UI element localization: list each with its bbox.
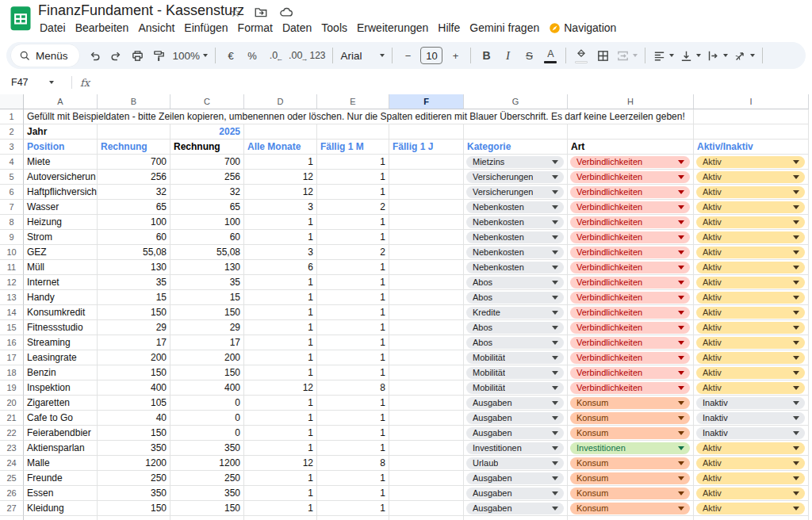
column-header-G[interactable]: G (464, 94, 568, 109)
art-cell[interactable]: Verbindlichkeiten (568, 275, 694, 290)
dropdown-chip[interactable]: Nebenkosten (466, 216, 564, 228)
kategorie-cell[interactable]: Abos (464, 275, 568, 290)
menu-datei[interactable]: Datei (35, 21, 71, 35)
value-cell[interactable]: 250 (98, 471, 170, 486)
row-header[interactable]: 2 (0, 124, 24, 140)
value-cell[interactable]: 1 (317, 471, 389, 486)
dropdown-chip[interactable]: Konsum (570, 488, 690, 499)
value-cell[interactable] (389, 456, 464, 471)
aktiv-cell[interactable]: Aktiv (694, 335, 809, 350)
cell[interactable] (389, 516, 464, 520)
position-cell[interactable]: Wasser (24, 200, 98, 215)
dropdown-chip[interactable]: Urlaub (466, 457, 564, 469)
field-header-cell[interactable]: Alle Monate (244, 140, 317, 155)
value-cell[interactable]: 1 (317, 155, 389, 170)
dropdown-chip[interactable]: Konsum (570, 397, 690, 409)
kategorie-cell[interactable]: Ausgaben (464, 396, 568, 411)
value-cell[interactable] (389, 170, 464, 185)
value-cell[interactable]: 700 (170, 155, 244, 170)
dropdown-chip[interactable]: Verbindlichkeiten (570, 216, 690, 228)
value-cell[interactable] (389, 396, 464, 411)
kategorie-cell[interactable]: Versicherungen (464, 185, 568, 200)
year-value-cell[interactable]: 2025 (170, 124, 244, 140)
value-cell[interactable] (389, 305, 464, 320)
value-cell[interactable]: 1200 (170, 456, 244, 471)
menu-bearbeiten[interactable]: Bearbeiten (71, 21, 134, 35)
column-header-A[interactable]: A (24, 94, 98, 109)
value-cell[interactable]: 35 (170, 275, 244, 290)
value-cell[interactable]: 250 (170, 471, 244, 486)
row-header[interactable]: 10 (0, 245, 24, 260)
art-cell[interactable]: Verbindlichkeiten (568, 365, 694, 380)
dropdown-chip[interactable]: Verbindlichkeiten (570, 231, 690, 243)
dropdown-chip[interactable]: Aktiv (696, 156, 805, 168)
kategorie-cell[interactable]: Ausgaben (464, 486, 568, 501)
value-cell[interactable]: 400 (170, 380, 244, 396)
kategorie-cell[interactable]: Abos (464, 290, 568, 305)
value-cell[interactable] (389, 411, 464, 426)
value-cell[interactable]: 1 (244, 305, 317, 320)
value-cell[interactable]: 29 (98, 320, 170, 335)
kategorie-cell[interactable]: Kredite (464, 305, 568, 320)
dropdown-chip[interactable]: Ausgaben (466, 503, 564, 514)
value-cell[interactable]: 150 (98, 501, 170, 516)
value-cell[interactable] (389, 365, 464, 380)
value-cell[interactable]: 15 (98, 290, 170, 305)
value-cell[interactable]: 55,08 (170, 245, 244, 260)
dropdown-chip[interactable]: Aktiv (696, 503, 805, 514)
dropdown-chip[interactable]: Aktiv (696, 216, 805, 228)
dropdown-chip[interactable]: Nebenkosten (466, 201, 564, 213)
value-cell[interactable]: 130 (170, 260, 244, 275)
document-title[interactable]: FinanzFundament - Kassensturz (38, 2, 244, 19)
dropdown-chip[interactable]: Ausgaben (466, 427, 564, 439)
field-header-cell[interactable]: Rechnung (170, 140, 244, 155)
star-icon[interactable]: ☆ (228, 5, 243, 19)
value-cell[interactable] (389, 215, 464, 230)
increase-font-size-button[interactable]: + (445, 45, 465, 66)
art-cell[interactable]: Verbindlichkeiten (568, 155, 694, 170)
percent-format-button[interactable]: % (242, 45, 262, 66)
aktiv-cell[interactable]: Aktiv (694, 290, 809, 305)
dropdown-chip[interactable]: Aktiv (696, 337, 805, 349)
dropdown-chip[interactable]: Verbindlichkeiten (570, 247, 690, 258)
aktiv-cell[interactable]: Aktiv (694, 275, 809, 290)
row-header[interactable]: 17 (0, 350, 24, 365)
dropdown-chip[interactable]: Abos (466, 277, 564, 289)
value-cell[interactable] (389, 426, 464, 441)
value-cell[interactable] (389, 350, 464, 365)
cell[interactable] (317, 516, 389, 520)
fill-color-button[interactable] (571, 45, 592, 66)
dropdown-chip[interactable]: Konsum (570, 457, 690, 469)
kategorie-cell[interactable]: Nebenkosten (464, 260, 568, 275)
paint-format-button[interactable] (149, 45, 170, 66)
aktiv-cell[interactable]: Aktiv (694, 305, 809, 320)
value-cell[interactable]: 1 (244, 441, 317, 456)
note-cell[interactable]: Gefüllt mit Beispieldaten - bitte Zeilen… (24, 109, 694, 124)
dropdown-chip[interactable]: Verbindlichkeiten (570, 156, 690, 168)
dropdown-chip[interactable]: Aktiv (696, 171, 805, 183)
value-cell[interactable]: 1 (317, 260, 389, 275)
borders-button[interactable] (592, 45, 613, 66)
value-cell[interactable]: 0 (170, 411, 244, 426)
print-button[interactable] (128, 45, 148, 66)
dropdown-chip[interactable]: Aktiv (696, 231, 805, 243)
cell[interactable] (244, 516, 317, 520)
art-cell[interactable]: Verbindlichkeiten (568, 245, 694, 260)
cloud-status-icon[interactable] (279, 5, 293, 19)
art-cell[interactable]: Investitionen (568, 441, 694, 456)
dropdown-chip[interactable]: Verbindlichkeiten (570, 201, 690, 213)
kategorie-cell[interactable]: Mobilität (464, 350, 568, 365)
dropdown-chip[interactable]: Konsum (570, 472, 690, 484)
value-cell[interactable]: 3 (244, 245, 317, 260)
value-cell[interactable]: 1 (317, 486, 389, 501)
kategorie-cell[interactable]: Ausgaben (464, 426, 568, 441)
art-cell[interactable]: Konsum (568, 471, 694, 486)
value-cell[interactable]: 65 (170, 200, 244, 215)
aktiv-cell[interactable]: Aktiv (694, 320, 809, 335)
dropdown-chip[interactable]: Ausgaben (466, 472, 564, 484)
value-cell[interactable]: 1 (317, 275, 389, 290)
value-cell[interactable]: 150 (170, 365, 244, 380)
row-header[interactable]: 26 (0, 486, 24, 501)
dropdown-chip[interactable]: Abos (466, 322, 564, 334)
value-cell[interactable] (389, 155, 464, 170)
